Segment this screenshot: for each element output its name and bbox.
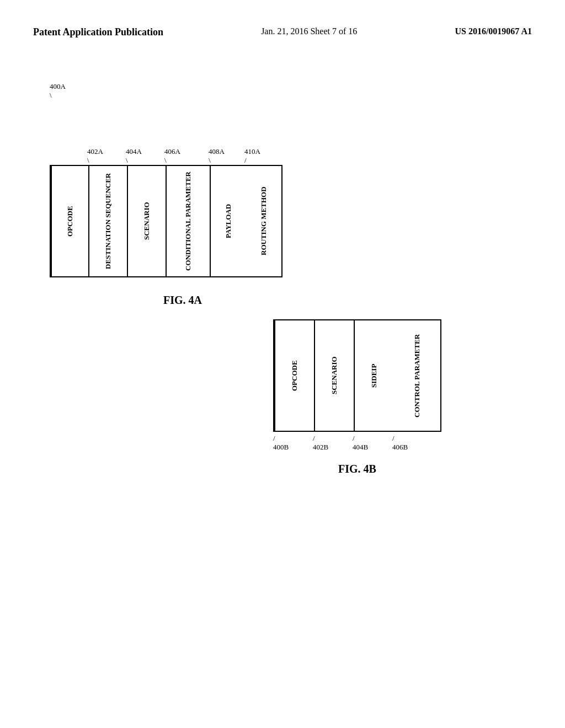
- fig4b-label: FIG. 4B: [273, 463, 441, 475]
- cell-sideip: SIDEIP: [354, 320, 393, 431]
- cell-opcode-4a: OPCODE: [51, 166, 88, 276]
- sheet-info: Jan. 21, 2016 Sheet 7 of 16: [261, 26, 357, 36]
- patent-number: US 2016/0019067 A1: [455, 26, 532, 36]
- publication-label: Patent Application Publication: [33, 26, 163, 38]
- fig4b-above-labels: [273, 275, 441, 319]
- fig4a-table: OPCODE DESTINATION SEQUENCER SCENARIO CO…: [50, 165, 282, 277]
- fig4a-above-labels: 402A \ 404A \ 406A \ 408A / 410A /: [50, 121, 282, 165]
- main-content: 400A \ 402A \ 404A \ 406A \ 408: [0, 49, 565, 711]
- cell-routing-method: ROUTING METHOD: [246, 166, 281, 276]
- ref-402b: / 402B: [313, 434, 353, 452]
- ref-406b: / 406B: [392, 434, 439, 452]
- cell-scenario-4b: SCENARIO: [314, 320, 354, 431]
- above-col-406a: 406A \: [164, 147, 209, 165]
- cell-scenario-4a: SCENARIO: [127, 166, 166, 276]
- fig4b-table: OPCODE SCENARIO SIDEIP CONTROL PARAMETER: [273, 319, 441, 432]
- fig4b-ref-labels: / 400B / 402B / 404B / 406B: [273, 434, 441, 452]
- page-header: Patent Application Publication Jan. 21, …: [0, 0, 565, 49]
- fig4a-diagram: 400A \ 402A \ 404A \ 406A \ 408: [50, 121, 282, 307]
- cell-control-param: CONTROL PARAMETER: [393, 320, 440, 431]
- cell-cond-param: CONDITIONAL PARAMETER: [166, 166, 210, 276]
- above-col-402a: 402A \: [87, 147, 126, 165]
- cell-dest-seq: DESTINATION SEQUENCER: [88, 166, 127, 276]
- above-col-410a: 410A /: [244, 147, 280, 165]
- ref-400a-label: 400A \: [50, 82, 66, 100]
- cell-opcode-4b: OPCODE: [274, 320, 314, 431]
- ref-404b: / 404B: [353, 434, 392, 452]
- above-col-404a: 404A \: [126, 147, 164, 165]
- fig4a-label: FIG. 4A: [83, 294, 282, 307]
- ref-400b: / 400B: [273, 434, 313, 452]
- cell-payload: PAYLOAD: [210, 166, 246, 276]
- above-col-408a: 408A /: [209, 147, 244, 165]
- fig4b-diagram: OPCODE SCENARIO SIDEIP CONTROL PARAMETER…: [273, 275, 441, 475]
